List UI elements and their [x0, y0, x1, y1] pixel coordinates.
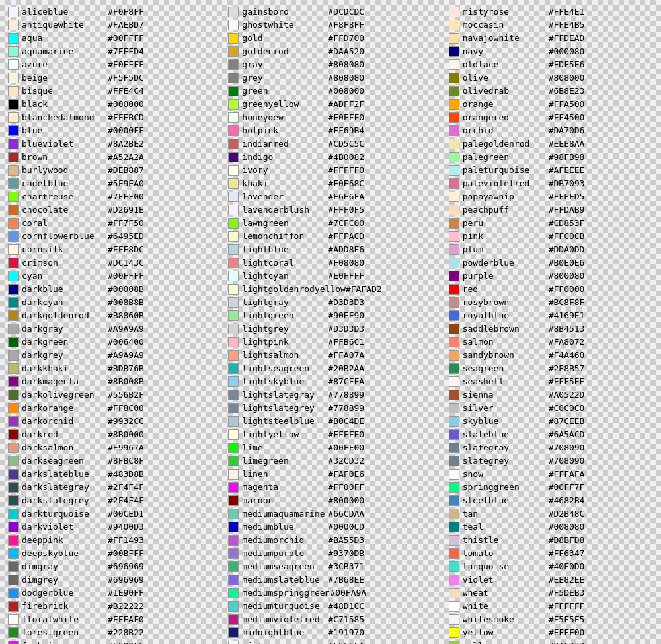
- color-swatch: [228, 614, 239, 625]
- color-hex: #8B008B: [108, 376, 144, 388]
- color-swatch: [449, 522, 459, 532]
- color-name: powderblue: [463, 257, 549, 269]
- color-hex: #F4A460: [549, 349, 585, 361]
- color-row: aqua#00FFFF: [5, 32, 225, 45]
- color-name: palegreen: [463, 151, 549, 163]
- color-row: seagreen#2E8B57: [446, 362, 661, 375]
- color-name: dodgerblue: [22, 587, 108, 599]
- color-name: blue: [22, 125, 108, 137]
- color-swatch: [8, 561, 19, 572]
- color-hex: #D8BFD8: [549, 534, 585, 546]
- color-name: darkred: [22, 429, 108, 441]
- color-hex: #2E8B57: [549, 363, 585, 375]
- color-name: silver: [463, 402, 549, 414]
- color-swatch: [228, 297, 239, 308]
- color-row: darkkhaki#BDB76B: [5, 362, 225, 375]
- color-row: darkolivegreen#556B2F: [5, 388, 225, 402]
- color-swatch: [8, 73, 19, 83]
- color-hex: #00FA9A: [330, 587, 366, 599]
- color-row: darkgray#A9A9A9: [5, 322, 225, 336]
- color-name: darkorchid: [22, 415, 108, 427]
- color-swatch: [228, 59, 239, 70]
- color-name: sandybrown: [463, 349, 549, 361]
- color-swatch: [8, 522, 19, 532]
- color-hex: #FA8072: [549, 336, 585, 348]
- color-row: cornsilk#FFF8DC: [5, 243, 225, 256]
- color-row: dimgrey#696969: [5, 573, 225, 587]
- color-swatch: [228, 376, 239, 387]
- color-row: indianred#CD5C5C: [225, 137, 446, 151]
- color-row: black#000000: [5, 98, 225, 111]
- color-row: forestgreen#228B22: [5, 626, 225, 639]
- color-hex: #FFEFD5: [549, 191, 585, 203]
- color-swatch: [228, 231, 239, 242]
- color-name: forestgreen: [22, 627, 108, 639]
- color-swatch: [228, 284, 239, 295]
- color-hex: #B8860B: [108, 310, 144, 322]
- color-name: lavenderblush: [242, 204, 328, 216]
- color-row: magenta#FF00FF: [225, 481, 446, 494]
- color-row: powderblue#B0E0E6: [446, 256, 661, 269]
- color-row: mediumpurple#9370DB: [225, 547, 446, 560]
- color-hex: #F5DEB3: [549, 587, 585, 599]
- color-name: ivory: [242, 164, 328, 176]
- color-hex: #F5F5F5: [549, 614, 585, 626]
- color-swatch: [228, 350, 239, 361]
- color-swatch: [228, 337, 239, 347]
- color-hex: #FFEBCD: [108, 112, 144, 124]
- color-swatch: [8, 350, 19, 361]
- color-hex: #483D8B: [108, 468, 144, 480]
- color-name: lightskyblue: [242, 376, 328, 388]
- color-swatch: [228, 443, 239, 453]
- color-name: yellow: [463, 627, 549, 639]
- color-row: crimson#DC143C: [5, 256, 225, 269]
- color-swatch: [449, 548, 459, 559]
- color-swatch: [8, 324, 19, 334]
- color-hex: #9370DB: [328, 548, 364, 559]
- color-name: whitesmoke: [463, 614, 549, 626]
- color-hex: #FAFAD2: [346, 283, 382, 295]
- color-hex: #556B2F: [108, 389, 144, 401]
- color-swatch: [228, 495, 239, 506]
- color-swatch: [228, 601, 239, 612]
- color-name: slategrey: [463, 455, 549, 467]
- color-swatch: [8, 429, 19, 440]
- color-swatch: [8, 284, 19, 295]
- color-row: grey#808080: [225, 71, 446, 85]
- color-row: darkgreen#006400: [5, 336, 225, 349]
- color-swatch: [449, 258, 459, 268]
- color-name: moccasin: [463, 19, 549, 31]
- color-swatch: [449, 350, 459, 361]
- color-swatch: [449, 73, 459, 83]
- color-row: blue#0000FF: [5, 124, 225, 137]
- color-swatch: [449, 165, 459, 176]
- color-name: crimson: [22, 257, 108, 269]
- color-row: fuchsia#FF00FF: [5, 639, 225, 644]
- color-row: mediumslateblue#7B68EE: [225, 573, 446, 587]
- color-row: mediumblue#0000CD: [225, 520, 446, 534]
- color-hex: #4682B4: [549, 495, 585, 507]
- color-row: coral#FF7F50: [5, 217, 225, 230]
- color-row: oldlace#FDF5E6: [446, 58, 661, 71]
- color-hex: #FFA500: [549, 98, 585, 110]
- color-hex: #3CB371: [328, 561, 364, 573]
- color-name: lightblue: [242, 244, 328, 256]
- color-swatch: [8, 231, 19, 242]
- color-swatch: [449, 324, 459, 334]
- color-swatch: [449, 575, 459, 585]
- color-name: mediumorchid: [242, 534, 328, 546]
- color-hex: #C0C0C0: [549, 402, 585, 414]
- color-row: mediumturquoise#48D1CC: [225, 600, 446, 613]
- color-swatch: [449, 297, 459, 308]
- color-hex: #EEE8AA: [549, 138, 585, 150]
- color-row: azure#F0FFFF: [5, 58, 225, 71]
- color-hex: #90EE90: [328, 310, 364, 322]
- color-name: mistyrose: [463, 6, 549, 18]
- color-hex: #696969: [108, 561, 144, 573]
- color-swatch: [228, 561, 239, 572]
- color-hex: #F0E68C: [328, 178, 364, 190]
- color-row: darkseagreen#8FBC8F: [5, 454, 225, 468]
- color-hex: #FF0000: [549, 283, 585, 295]
- color-swatch: [8, 86, 19, 96]
- color-row: lavenderblush#FFF0F5: [225, 203, 446, 217]
